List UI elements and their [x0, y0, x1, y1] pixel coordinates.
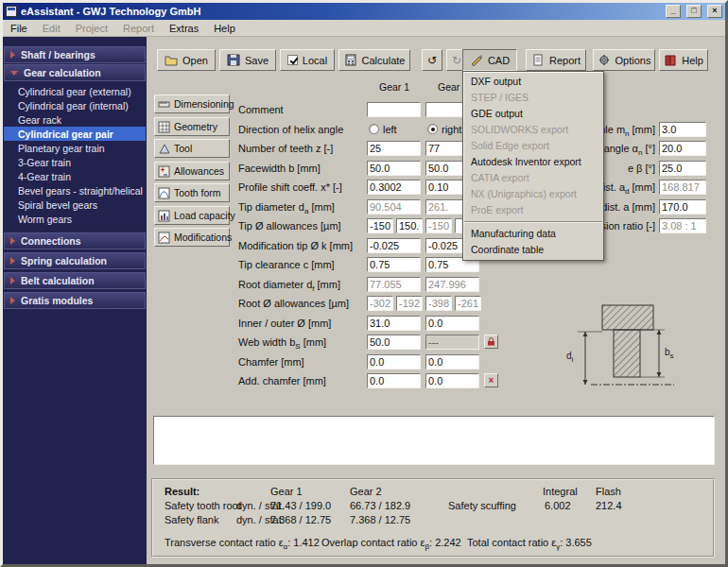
teeth-gear1-input[interactable]: [367, 141, 421, 156]
chevron-right-icon: [10, 237, 15, 245]
options-button[interactable]: Options: [593, 49, 655, 71]
book-icon: [664, 54, 677, 66]
overlap-contact-ratio: Overlap contact ratio εβ: 2.242: [321, 537, 461, 551]
facewidth-gear1-input[interactable]: [367, 161, 421, 176]
profile-shift-label: Profile shift coeff. x* [-]: [238, 181, 342, 193]
menu-edit: Edit: [35, 23, 68, 34]
load-capacity-button[interactable]: Load capacity: [154, 206, 230, 225]
grid-icon: [158, 121, 170, 133]
sidebar-section-gear-calculation[interactable]: Gear calculation: [4, 64, 146, 81]
notes-area[interactable]: [153, 416, 715, 465]
menu-file[interactable]: File: [3, 23, 35, 34]
menu-item-nx-unigraphics-export: NX (Unigraphics) export: [463, 186, 603, 202]
menu-item-coordinate-table[interactable]: Coordinate table: [463, 242, 603, 258]
tip-diameter-label: Tip diameter da [mm]: [238, 201, 335, 215]
root-allow-gear2b-field: [455, 296, 481, 311]
ruler-icon: [158, 98, 170, 111]
safety-scuffing-flash: 212.4: [596, 500, 622, 511]
menu-extras[interactable]: Extras: [162, 23, 206, 34]
modifications-button[interactable]: Modifications: [154, 228, 230, 247]
section-label: Shaft / bearings: [21, 49, 95, 60]
pressure-angle-input[interactable]: [659, 141, 706, 156]
sidebar-item-cylindrical-gear-external[interactable]: Cylindrical gear (external): [4, 84, 146, 98]
modification-tip-label: Modification tip Ø k [mm]: [238, 240, 353, 251]
transverse-contact-ratio: Transverse contact ratio εα: 1.412: [165, 537, 320, 551]
sidebar-item-spiral-bevel-gears[interactable]: Spiral bevel gears: [4, 198, 146, 212]
tip-clearance-label: Tip clearance c [mm]: [238, 259, 335, 270]
safety-scuffing-label: Safety scuffing: [448, 500, 516, 511]
sidebar-section-connections[interactable]: Connections: [4, 232, 146, 249]
safety-flank-gear2: 7.368 / 12.75: [350, 514, 410, 525]
helix-angle-input[interactable]: [659, 161, 706, 176]
sidebar-item-3-gear-train[interactable]: 3-Gear train: [4, 155, 146, 169]
sidebar-item-4-gear-train[interactable]: 4-Gear train: [4, 169, 146, 183]
save-button[interactable]: Save: [219, 49, 276, 71]
sidebar-item-worm-gears[interactable]: Worm gears: [4, 212, 146, 226]
cad-dropdown-menu: DXF output STEP / IGES GDE output SOLIDW…: [462, 71, 604, 261]
tool-button[interactable]: Tool: [154, 139, 230, 158]
sidebar-item-bevel-gears[interactable]: Bevel gears - straight/helical: [4, 183, 146, 198]
plus-minus-icon: [158, 165, 170, 178]
local-checkbox[interactable]: Local: [280, 49, 335, 71]
tip-allow-gear1b-input[interactable]: [396, 218, 423, 233]
geometry-button[interactable]: Geometry: [154, 117, 230, 136]
menu-help[interactable]: Help: [206, 23, 243, 34]
tooth-form-button[interactable]: Tooth form: [154, 183, 230, 202]
web-width-gear2-field: [425, 335, 479, 350]
menu-item-autodesk-inventor-export[interactable]: Autodesk Inventor export: [463, 154, 603, 170]
gear-icon: [598, 54, 611, 66]
tip-clearance-gear1-input[interactable]: [367, 257, 421, 272]
chamfer-gear2-input[interactable]: [425, 354, 479, 369]
sidebar-item-gear-rack[interactable]: Gear rack: [4, 112, 146, 127]
menu-item-manufacturing-data[interactable]: Manufacturing data: [463, 226, 603, 242]
result-gear1-header: Gear 1: [270, 486, 303, 497]
minimize-icon[interactable]: _: [666, 5, 681, 18]
clear-icon[interactable]: ×: [484, 373, 498, 387]
undo-button[interactable]: ↺: [422, 49, 442, 71]
module-input[interactable]: [659, 122, 706, 137]
sidebar-item-cylindrical-gear-pair[interactable]: Cylindrical gear pair: [4, 127, 146, 141]
web-width-gear1-input[interactable]: [367, 335, 421, 350]
web-width-dim-label: bs: [665, 347, 674, 360]
maximize-icon[interactable]: □: [686, 5, 702, 18]
close-icon[interactable]: ×: [707, 5, 722, 18]
helix-left-radio[interactable]: [369, 124, 379, 134]
inner-outer-label: Inner / outer Ø [mm]: [238, 318, 331, 329]
inner-outer-gear1-input[interactable]: [367, 316, 421, 331]
section-label: Gear calculation: [24, 67, 101, 78]
bar-chart-icon: [158, 210, 170, 222]
chamfer-gear1-input[interactable]: [367, 354, 421, 369]
folder-icon: [165, 54, 178, 66]
chevron-right-icon: [10, 297, 15, 304]
sidebar-section-spring-calculation[interactable]: Spring calculation: [4, 252, 146, 269]
sidebar-section-gratis-modules[interactable]: Gratis modules: [4, 292, 146, 309]
add-chamfer-gear2-input[interactable]: [425, 373, 479, 388]
lock-icon[interactable]: [484, 335, 498, 349]
cad-button[interactable]: CAD: [462, 49, 517, 71]
menu-item-gde-output[interactable]: GDE output: [463, 106, 603, 122]
centre-distance-input[interactable]: [659, 199, 706, 215]
allowances-button[interactable]: Allowances: [154, 162, 230, 180]
sidebar-section-shaft-bearings[interactable]: Shaft / bearings: [4, 46, 146, 63]
menu-item-dxf-output[interactable]: DXF output: [463, 74, 603, 90]
result-flash-header: Flash: [596, 486, 621, 497]
calculate-button[interactable]: Calculate: [338, 49, 410, 71]
gear-cross-section-drawing: di bs: [564, 298, 691, 396]
modification-tip-gear1-input[interactable]: [367, 238, 421, 253]
inner-outer-gear2-input[interactable]: [425, 316, 479, 331]
app-window: eAssistant - GWJ Technology GmbH _ □ × F…: [0, 0, 728, 567]
open-button[interactable]: Open: [157, 49, 216, 71]
profile-shift-gear1-input[interactable]: [367, 180, 421, 195]
sidebar-section-belt-calculation[interactable]: Belt calculation: [4, 272, 146, 289]
section-label: Connections: [21, 235, 81, 247]
helix-right-radio[interactable]: [427, 124, 438, 134]
tip-allow-gear1a-input[interactable]: [367, 218, 393, 233]
dimensioning-button[interactable]: Dimensioning: [154, 94, 230, 113]
sidebar: Shaft / bearings Gear calculation Cylind…: [3, 37, 147, 564]
sidebar-item-planetary-gear-train[interactable]: Planetary gear train: [4, 141, 146, 155]
sidebar-item-cylindrical-gear-internal[interactable]: Cylindrical gear (internal): [4, 98, 146, 112]
help-button[interactable]: Help: [659, 49, 708, 71]
add-chamfer-gear1-input[interactable]: [367, 373, 421, 388]
comment-gear1-input[interactable]: [367, 102, 421, 117]
report-button[interactable]: Report: [526, 49, 586, 71]
